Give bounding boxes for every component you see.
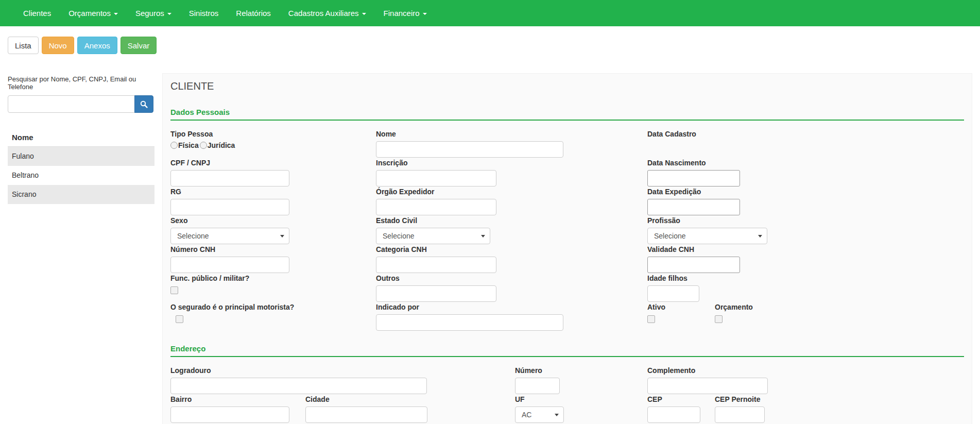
ativo-checkbox[interactable] [647,315,655,323]
select-value: Selecione [383,232,415,240]
select-value: AC [522,411,531,419]
select-value: Selecione [654,232,686,240]
caret-down-icon [280,235,284,238]
section-title-dados-pessoais: Dados Pessoais [170,108,964,116]
client-row[interactable]: Beltrano [8,166,154,185]
outros-input[interactable] [376,285,496,302]
validade-cnh-input[interactable] [647,257,740,273]
orcamento-checkbox[interactable] [715,315,723,323]
novo-button[interactable]: Novo [42,37,74,54]
bairro-input[interactable] [170,406,289,423]
search-input-group [8,95,153,113]
radio-label: Física [178,141,199,149]
rg-input[interactable] [170,199,289,215]
indicado-por-input[interactable] [376,314,563,331]
nome-input[interactable] [376,141,563,158]
radio-icon [200,142,207,149]
indicado-por-label: Indicado por [376,303,647,312]
data-cadastro-label: Data Cadastro [647,130,964,139]
nav-item-cadastros-auxiliares[interactable]: Cadastros Auxiliares [280,0,375,26]
func-publico-checkbox[interactable] [170,286,178,294]
logradouro-label: Logradouro [170,366,515,375]
client-list: Nome Fulano Beltrano Sicrano [8,128,154,204]
search-button[interactable] [134,95,153,113]
nav-item-financeiro[interactable]: Financeiro [375,0,436,26]
nav-item-label: Sinistros [189,9,219,18]
nav-item-sinistros[interactable]: Sinistros [180,0,228,26]
rg-label: RG [170,188,376,196]
cpf-cnpj-label: CPF / CNPJ [170,159,376,167]
numero-label: Número [515,366,647,375]
segurado-motorista-checkbox[interactable] [176,315,183,323]
outros-label: Outros [376,274,647,283]
tipo-pessoa-juridica-radio[interactable]: Jurídica [200,141,235,149]
segurado-motorista-label: O segurado é o principal motorista? [170,303,376,312]
client-list-header: Nome [8,128,154,147]
caret-down-icon [362,13,366,15]
top-navbar: Clientes Orçamentos Seguros Sinistros Re… [0,0,980,26]
inscricao-label: Inscrição [376,159,647,167]
caret-down-icon [114,13,118,15]
nav-item-seguros[interactable]: Seguros [127,0,180,26]
nav-item-label: Cadastros Auxiliares [288,9,359,18]
cep-input[interactable] [647,406,700,423]
categoria-cnh-input[interactable] [376,257,496,273]
cidade-input[interactable] [305,406,427,423]
idade-filhos-input[interactable] [647,285,699,302]
nav-item-label: Relatórios [236,9,271,18]
caret-down-icon [758,235,762,238]
estado-civil-label: Estado Civil [376,216,647,225]
logradouro-input[interactable] [170,378,427,394]
caret-down-icon [555,414,559,416]
anexos-button[interactable]: Anexos [77,37,117,54]
cpf-cnpj-input[interactable] [170,170,289,186]
nav-item-label: Seguros [135,9,164,18]
nome-label: Nome [376,130,647,139]
sexo-label: Sexo [170,216,376,225]
action-toolbar: Lista Novo Anexos Salvar [8,37,157,54]
nav-item-label: Financeiro [384,9,420,18]
section-divider [170,120,964,121]
page-title: CLIENTE [170,80,964,92]
search-label: Pesquisar por Nome, CPF, CNPJ, Email ou … [8,75,154,91]
validade-cnh-label: Validade CNH [647,245,964,254]
orgao-expedidor-input[interactable] [376,199,496,215]
idade-filhos-label: Idade filhos [647,274,964,283]
cep-label: CEP [647,395,715,404]
search-input[interactable] [8,95,135,113]
sexo-select[interactable]: Selecione [170,228,289,244]
numero-cnh-input[interactable] [170,257,289,273]
numero-input[interactable] [515,378,560,394]
bairro-label: Bairro [170,395,305,404]
lista-button[interactable]: Lista [8,37,39,54]
client-form-panel: CLIENTE Dados Pessoais Tipo Pessoa Físic… [162,73,972,424]
data-nascimento-input[interactable] [647,170,740,186]
cidade-label: Cidade [305,395,427,404]
inscricao-input[interactable] [376,170,496,186]
salvar-button[interactable]: Salvar [121,37,157,54]
client-row[interactable]: Sicrano [8,185,154,204]
section-title-endereco: Endereço [170,344,964,353]
orcamento-label: Orçamento [715,303,753,312]
caret-down-icon [423,13,427,15]
radio-label: Jurídica [208,141,235,149]
nav-item-label: Orçamentos [68,9,111,18]
nav-item-label: Clientes [23,9,51,18]
select-value: Selecione [177,232,209,240]
radio-icon [170,142,178,149]
nav-item-clientes[interactable]: Clientes [14,0,60,26]
complemento-input[interactable] [647,378,768,394]
nav-item-orcamentos[interactable]: Orçamentos [60,0,127,26]
uf-label: UF [515,395,647,404]
search-icon [140,100,148,108]
nav-item-relatorios[interactable]: Relatórios [227,0,280,26]
tipo-pessoa-fisica-radio[interactable]: Física [170,141,199,149]
uf-select[interactable]: AC [515,406,564,423]
data-nascimento-label: Data Nascimento [647,159,964,167]
caret-down-icon [481,235,485,238]
estado-civil-select[interactable]: Selecione [376,228,490,244]
client-row[interactable]: Fulano [8,147,154,166]
cep-pernoite-input[interactable] [715,406,765,423]
data-expedicao-input[interactable] [647,199,740,215]
profissao-select[interactable]: Selecione [647,228,767,244]
